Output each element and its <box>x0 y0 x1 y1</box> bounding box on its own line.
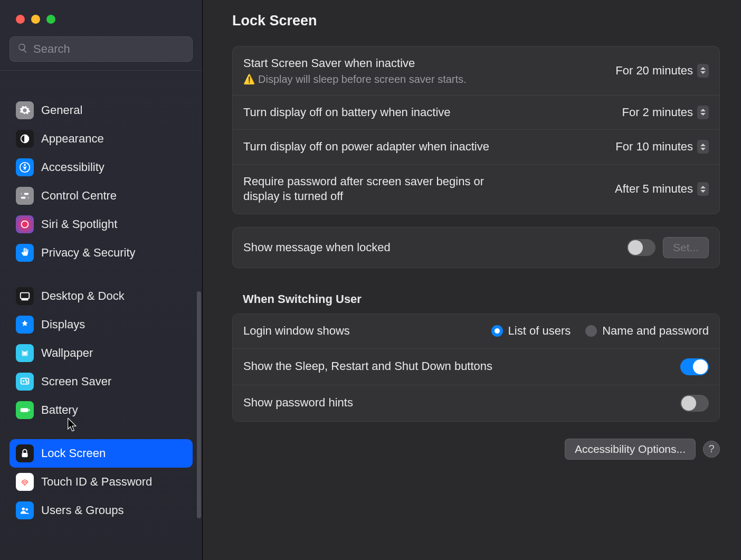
row-display-off-battery: Turn display off on battery when inactiv… <box>233 96 719 130</box>
set-message-button[interactable]: Set... <box>663 237 709 258</box>
row-label: Turn display off on power adapter when i… <box>243 139 605 155</box>
accessibility-icon <box>16 158 34 176</box>
sidebar-item-label: Desktop & Dock <box>41 289 125 303</box>
sleep-buttons-toggle[interactable] <box>680 358 709 375</box>
svg-rect-9 <box>22 299 28 300</box>
sidebar-item-label: Lock Screen <box>41 447 106 460</box>
section-heading-switching-user: When Switching User <box>232 281 720 314</box>
sidebar-item-label: Control Centre <box>41 189 117 203</box>
main-content: Lock Screen Start Screen Saver when inac… <box>203 0 741 560</box>
accessibility-options-button[interactable]: Accessibility Options... <box>565 439 696 460</box>
footer-actions: Accessibility Options... ? <box>232 439 720 460</box>
sidebar-item-label: Appearance <box>41 132 104 146</box>
zoom-window-button[interactable] <box>46 15 55 24</box>
sidebar-item-touch-id[interactable]: Touch ID & Password <box>10 468 193 496</box>
siri-icon <box>16 215 34 233</box>
row-password-hints: Show password hints <box>233 385 719 421</box>
minimize-window-button[interactable] <box>31 15 40 24</box>
warning-icon: ⚠️ <box>243 73 255 85</box>
search-input[interactable] <box>33 42 185 56</box>
row-label: Start Screen Saver when inactive <box>243 56 605 71</box>
scrollbar[interactable] <box>197 291 201 518</box>
sidebar-item-label: Displays <box>41 318 85 331</box>
dock-icon <box>16 287 34 305</box>
sidebar-item-displays[interactable]: Displays <box>10 310 193 339</box>
svg-point-7 <box>22 221 28 228</box>
touchid-icon <box>16 473 34 491</box>
sidebar-item-accessibility[interactable]: Accessibility <box>10 153 193 182</box>
sidebar-item-desktop-dock[interactable]: Desktop & Dock <box>10 282 193 310</box>
sidebar-item-general[interactable]: General <box>10 96 193 125</box>
help-button[interactable]: ? <box>703 441 720 458</box>
nav-group-display: Desktop & Dock Displays Wallpaper Screen… <box>10 282 193 424</box>
sidebar-item-privacy-security[interactable]: Privacy & Security <box>10 239 193 267</box>
sidebar-item-siri-spotlight[interactable]: Siri & Spotlight <box>10 210 193 239</box>
appearance-icon <box>16 130 34 148</box>
svg-point-18 <box>22 508 25 511</box>
message-panel: Show message when locked Set... <box>232 227 720 268</box>
row-login-window-shows: Login window shows List of users Name an… <box>233 314 719 349</box>
control-centre-icon <box>16 187 34 205</box>
gear-icon <box>16 101 34 119</box>
adapter-display-off-dropdown[interactable]: For 10 minutes <box>615 140 709 154</box>
sidebar-item-users-groups[interactable]: Users & Groups <box>10 496 193 525</box>
sidebar-item-label: Siri & Spotlight <box>41 217 117 231</box>
nav-group-system: General Appearance Accessibility Control… <box>10 96 193 267</box>
sidebar-item-lock-screen[interactable]: Lock Screen <box>10 439 193 468</box>
login-window-radio-group: List of users Name and password <box>491 324 709 338</box>
battery-icon <box>16 401 34 419</box>
sidebar-item-label: Battery <box>41 403 78 417</box>
svg-point-10 <box>23 352 26 355</box>
chevron-updown-icon <box>697 140 709 154</box>
sidebar-item-appearance[interactable]: Appearance <box>10 125 193 153</box>
screensaver-icon <box>16 373 34 391</box>
svg-point-5 <box>22 193 25 196</box>
search-field[interactable] <box>10 36 193 62</box>
svg-point-14 <box>26 382 27 383</box>
sidebar-item-label: Accessibility <box>41 160 104 174</box>
lock-icon <box>16 444 34 462</box>
hand-icon <box>16 244 34 262</box>
page-title: Lock Screen <box>232 13 720 29</box>
battery-display-off-dropdown[interactable]: For 2 minutes <box>622 106 709 119</box>
timing-panel: Start Screen Saver when inactive ⚠️ Disp… <box>232 46 720 214</box>
password-hints-toggle[interactable] <box>680 395 709 412</box>
radio-name-and-password[interactable]: Name and password <box>585 324 709 338</box>
sidebar-item-label: Privacy & Security <box>41 246 136 260</box>
row-label: Login window shows <box>243 324 350 339</box>
sidebar-item-wallpaper[interactable]: Wallpaper <box>10 339 193 367</box>
radio-list-of-users[interactable]: List of users <box>491 324 571 338</box>
row-require-password: Require password after screen saver begi… <box>233 165 719 214</box>
row-label: Show message when locked <box>243 240 616 255</box>
radio-icon <box>491 325 503 337</box>
window-controls <box>0 0 202 24</box>
switching-user-panel: Login window shows List of users Name an… <box>232 314 720 422</box>
sidebar-item-label: Wallpaper <box>41 346 93 360</box>
show-message-toggle[interactable] <box>627 239 656 256</box>
chevron-updown-icon <box>697 182 709 196</box>
chevron-updown-icon <box>697 64 709 78</box>
row-label: Show password hints <box>243 395 670 411</box>
sidebar-item-label: Touch ID & Password <box>41 475 152 489</box>
row-show-message: Show message when locked Set... <box>233 227 719 268</box>
screensaver-delay-dropdown[interactable]: For 20 minutes <box>615 64 709 78</box>
sidebar-nav: General Appearance Accessibility Control… <box>0 75 202 560</box>
svg-point-12 <box>23 381 24 382</box>
divider <box>0 70 202 71</box>
sidebar-item-screen-saver[interactable]: Screen Saver <box>10 367 193 396</box>
sidebar-item-battery[interactable]: Battery <box>10 396 193 424</box>
sidebar-item-control-centre[interactable]: Control Centre <box>10 182 193 210</box>
row-warning: ⚠️ Display will sleep before screen save… <box>243 73 605 86</box>
svg-rect-16 <box>28 409 30 411</box>
radio-icon <box>585 325 597 337</box>
row-label: Show the Sleep, Restart and Shut Down bu… <box>243 359 670 374</box>
row-display-off-adapter: Turn display off on power adapter when i… <box>233 130 719 165</box>
sidebar: General Appearance Accessibility Control… <box>0 0 203 560</box>
svg-point-6 <box>25 196 28 200</box>
row-sleep-restart-shutdown: Show the Sleep, Restart and Shut Down bu… <box>233 349 719 385</box>
row-label: Turn display off on battery when inactiv… <box>243 105 612 120</box>
svg-point-2 <box>24 164 26 166</box>
require-password-dropdown[interactable]: After 5 minutes <box>615 182 709 196</box>
close-window-button[interactable] <box>16 15 25 24</box>
svg-rect-11 <box>21 378 29 384</box>
